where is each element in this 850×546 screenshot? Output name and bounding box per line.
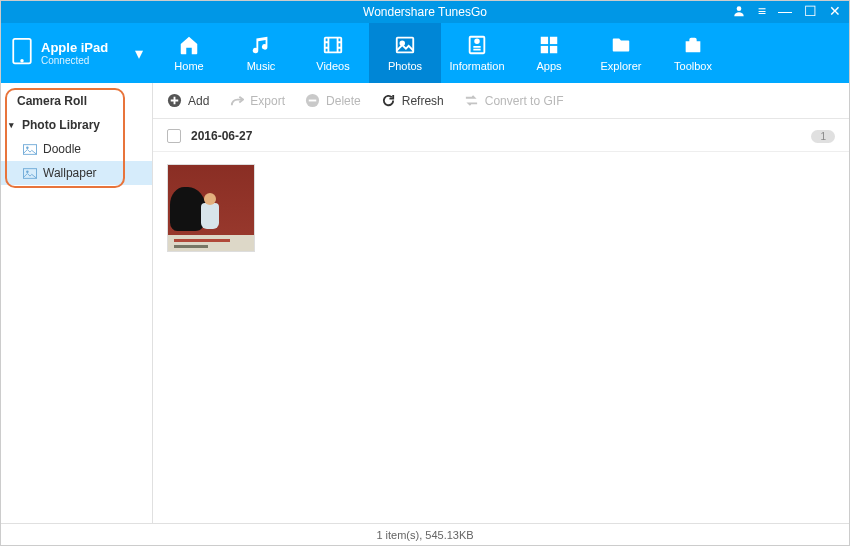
photo-album-icon xyxy=(23,168,37,179)
minimize-icon[interactable]: — xyxy=(778,4,792,20)
nav-home[interactable]: Home xyxy=(153,23,225,83)
sidebar-item-doodle[interactable]: Doodle xyxy=(1,137,152,161)
svg-point-7 xyxy=(475,40,479,44)
app-title: Wondershare TunesGo xyxy=(363,5,487,19)
sidebar-item-label: Wallpaper xyxy=(43,166,97,180)
export-button[interactable]: Export xyxy=(229,93,285,108)
plus-circle-icon xyxy=(167,93,182,108)
sidebar-photo-library[interactable]: ▾ Photo Library xyxy=(1,113,152,137)
svg-rect-4 xyxy=(397,38,414,53)
convert-icon xyxy=(464,93,479,108)
photo-thumbnail[interactable] xyxy=(167,164,255,252)
nav-toolbox[interactable]: Toolbox xyxy=(657,23,729,83)
refresh-icon xyxy=(381,93,396,108)
close-icon[interactable]: ✕ xyxy=(829,4,841,20)
nav-label: Explorer xyxy=(601,60,642,72)
main-nav: Home Music Videos Photos Information App… xyxy=(153,23,849,83)
delete-button[interactable]: Delete xyxy=(305,93,361,108)
nav-label: Toolbox xyxy=(674,60,712,72)
thumbnail-grid xyxy=(153,152,849,523)
nav-label: Videos xyxy=(316,60,349,72)
sidebar-item-label: Doodle xyxy=(43,142,81,156)
photo-album-icon xyxy=(23,144,37,155)
sidebar-item-wallpaper[interactable]: Wallpaper xyxy=(1,161,152,185)
device-name: Apple iPad xyxy=(41,40,108,56)
svg-rect-10 xyxy=(541,46,548,53)
nav-music[interactable]: Music xyxy=(225,23,297,83)
nav-label: Information xyxy=(449,60,504,72)
add-button[interactable]: Add xyxy=(167,93,209,108)
svg-point-13 xyxy=(26,146,28,148)
nav-apps[interactable]: Apps xyxy=(513,23,585,83)
svg-rect-3 xyxy=(325,38,342,53)
group-count-badge: 1 xyxy=(811,130,835,143)
nav-label: Home xyxy=(174,60,203,72)
status-text: 1 item(s), 545.13KB xyxy=(376,529,473,541)
window-controls: ≡ — ☐ ✕ xyxy=(732,4,841,20)
toolbar: Add Export Delete Refresh Convert to GIF xyxy=(153,83,849,119)
svg-rect-18 xyxy=(309,100,317,102)
main-panel: Add Export Delete Refresh Convert to GIF… xyxy=(153,83,849,523)
svg-rect-8 xyxy=(541,37,548,44)
nav-label: Music xyxy=(247,60,276,72)
tablet-icon xyxy=(11,37,33,69)
status-bar: 1 item(s), 545.13KB xyxy=(1,523,849,545)
device-selector[interactable]: Apple iPad Connected ▾ xyxy=(1,23,153,83)
account-icon[interactable] xyxy=(732,4,746,20)
group-date: 2016-06-27 xyxy=(191,129,252,143)
title-bar: Wondershare TunesGo ≡ — ☐ ✕ xyxy=(1,1,849,23)
maximize-icon[interactable]: ☐ xyxy=(804,4,817,20)
nav-explorer[interactable]: Explorer xyxy=(585,23,657,83)
svg-point-15 xyxy=(26,170,28,172)
svg-point-2 xyxy=(21,60,23,62)
top-bar: Apple iPad Connected ▾ Home Music Videos… xyxy=(1,23,849,83)
menu-icon[interactable]: ≡ xyxy=(758,4,766,20)
caret-down-icon: ▾ xyxy=(9,120,14,130)
nav-label: Apps xyxy=(536,60,561,72)
device-status: Connected xyxy=(41,55,108,66)
refresh-button[interactable]: Refresh xyxy=(381,93,444,108)
svg-rect-9 xyxy=(550,37,557,44)
select-all-checkbox[interactable] xyxy=(167,129,181,143)
chevron-down-icon: ▾ xyxy=(135,44,143,63)
convert-gif-button[interactable]: Convert to GIF xyxy=(464,93,564,108)
export-icon xyxy=(229,93,244,108)
sidebar-camera-roll[interactable]: Camera Roll xyxy=(1,89,152,113)
nav-photos[interactable]: Photos xyxy=(369,23,441,83)
nav-label: Photos xyxy=(388,60,422,72)
photo-group-header: 2016-06-27 1 xyxy=(153,119,849,152)
sidebar: Camera Roll ▾ Photo Library Doodle Wallp… xyxy=(1,83,153,523)
nav-videos[interactable]: Videos xyxy=(297,23,369,83)
svg-rect-11 xyxy=(550,46,557,53)
nav-information[interactable]: Information xyxy=(441,23,513,83)
svg-point-0 xyxy=(736,6,741,11)
delete-icon xyxy=(305,93,320,108)
